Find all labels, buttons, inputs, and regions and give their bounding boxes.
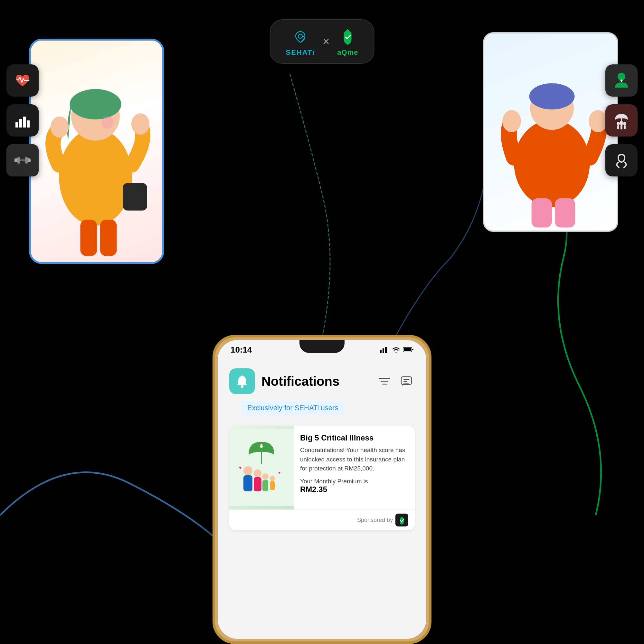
notifications-title: Notifications xyxy=(261,374,370,389)
svg-rect-13 xyxy=(15,122,18,128)
svg-point-35 xyxy=(620,121,623,125)
svg-rect-12 xyxy=(123,183,147,211)
svg-point-6 xyxy=(70,89,121,119)
svg-rect-11 xyxy=(100,220,117,256)
svg-rect-56 xyxy=(243,475,252,491)
svg-point-61 xyxy=(270,476,275,481)
premium-label: Your Monthly Premium is xyxy=(300,478,368,485)
svg-rect-58 xyxy=(254,477,261,491)
card-premium: Your Monthly Premium is RM2.35 xyxy=(300,478,408,494)
svg-rect-34 xyxy=(617,125,619,129)
sehati-logo: SEHATi xyxy=(286,26,315,57)
sehati-logo-icon xyxy=(290,26,311,47)
status-icons xyxy=(380,346,413,353)
svg-rect-62 xyxy=(270,481,275,490)
svg-rect-36 xyxy=(620,125,622,129)
woman-illustration xyxy=(31,50,162,262)
header-action-icons xyxy=(376,373,415,390)
message-icon-btn[interactable] xyxy=(398,373,415,390)
main-phone: 10:14 xyxy=(213,335,431,644)
premium-amount: RM2.35 xyxy=(300,485,327,494)
filter-icon-btn[interactable] xyxy=(376,373,393,390)
bell-icon xyxy=(235,374,249,388)
family-health-illustration: ♥ ♥ xyxy=(229,429,294,506)
awareness-ribbon-icon xyxy=(605,144,638,176)
wifi-icon xyxy=(392,346,401,353)
card-inner: ♥ ♥ Big 5 Critical Illness Congratulatio… xyxy=(229,426,415,509)
sponsor-label: Sponsored by xyxy=(357,517,393,524)
svg-point-27 xyxy=(502,110,521,132)
svg-rect-39 xyxy=(380,350,382,353)
sponsor-brand-icon xyxy=(397,516,406,525)
right-frame-screen xyxy=(484,33,617,231)
notification-card[interactable]: ♥ ♥ Big 5 Critical Illness Congratulatio… xyxy=(229,426,415,530)
family-umbrella-icon xyxy=(605,104,638,137)
left-phone-screen xyxy=(31,41,162,262)
sponsor-logo-icon xyxy=(395,514,408,526)
card-sponsor-row: Sponsored by xyxy=(229,509,415,530)
svg-rect-26 xyxy=(555,198,575,227)
svg-point-33 xyxy=(617,122,620,125)
bell-icon-container xyxy=(229,368,255,394)
svg-point-2 xyxy=(302,40,303,42)
sehati-name-label: SEHATi xyxy=(286,48,315,57)
svg-point-57 xyxy=(254,469,261,477)
svg-rect-16 xyxy=(27,120,30,128)
svg-rect-14 xyxy=(19,119,22,128)
svg-point-8 xyxy=(51,116,69,137)
svg-point-24 xyxy=(529,83,574,109)
svg-point-44 xyxy=(241,385,243,388)
svg-point-7 xyxy=(101,116,114,128)
person-health-icon xyxy=(605,64,638,97)
svg-point-59 xyxy=(262,473,269,480)
man-illustration xyxy=(491,44,613,231)
main-phone-screen: 10:14 xyxy=(218,340,426,639)
svg-rect-60 xyxy=(262,480,268,491)
right-app-icons xyxy=(605,64,638,176)
partnership-badge: SEHATi × aQme xyxy=(270,19,374,64)
card-headline: Big 5 Critical Illness xyxy=(300,433,408,442)
aqme-name-label: aQme xyxy=(337,48,358,57)
phone-notch xyxy=(299,340,345,353)
battery-icon xyxy=(403,347,413,353)
svg-point-9 xyxy=(131,113,150,135)
screen-content: Notifications xyxy=(218,359,426,639)
svg-rect-31 xyxy=(621,80,622,82)
svg-rect-10 xyxy=(80,220,97,256)
svg-point-22 xyxy=(514,120,590,207)
exclusive-text: Exclusively for SEHATi users xyxy=(247,404,338,412)
svg-rect-25 xyxy=(532,198,552,227)
svg-rect-38 xyxy=(624,125,626,129)
left-phone xyxy=(29,39,164,264)
stats-chart-icon xyxy=(6,104,39,137)
card-description: Congratulations! Your health score has u… xyxy=(300,446,408,473)
x-separator: × xyxy=(323,35,329,48)
svg-rect-41 xyxy=(385,347,387,353)
right-phone-frame xyxy=(483,32,618,232)
left-app-icons xyxy=(6,64,39,176)
svg-rect-21 xyxy=(20,159,25,161)
status-time: 10:14 xyxy=(231,345,252,355)
svg-point-55 xyxy=(243,466,252,475)
card-body: Big 5 Critical Illness Congratulations! … xyxy=(294,426,415,509)
workout-dumbbell-icon xyxy=(6,144,39,176)
svg-point-29 xyxy=(618,73,625,81)
svg-text:♥: ♥ xyxy=(278,470,280,475)
svg-point-4 xyxy=(59,128,132,226)
svg-rect-20 xyxy=(25,157,28,164)
svg-rect-15 xyxy=(23,117,26,128)
svg-point-28 xyxy=(589,110,607,132)
svg-rect-48 xyxy=(401,377,412,384)
svg-rect-19 xyxy=(17,157,20,164)
svg-point-37 xyxy=(623,122,626,125)
exclusive-badge: Exclusively for SEHATi users xyxy=(241,401,345,415)
svg-rect-43 xyxy=(404,348,411,351)
svg-text:♥: ♥ xyxy=(239,465,241,470)
card-image: ♥ ♥ xyxy=(229,426,294,509)
svg-rect-40 xyxy=(383,348,384,353)
aqme-logo: aQme xyxy=(337,26,358,57)
signal-icon xyxy=(380,346,389,353)
aqme-logo-icon xyxy=(337,26,358,47)
svg-rect-54 xyxy=(260,444,262,448)
svg-rect-0 xyxy=(290,26,311,47)
